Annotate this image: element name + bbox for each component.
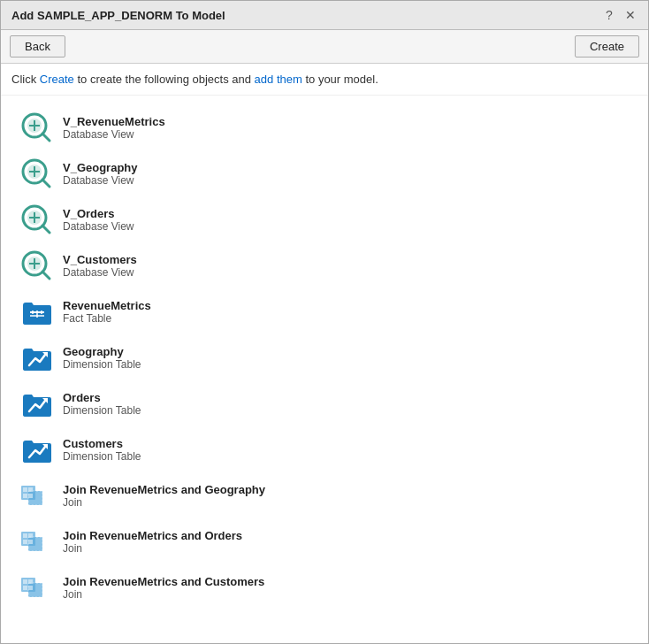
list-item: RevenueMetrics Fact Table — [19, 288, 630, 334]
svg-rect-31 — [23, 487, 27, 492]
item-name: V_Orders — [63, 207, 134, 220]
database-view-icon — [19, 156, 54, 191]
list-item: Join RevenueMetrics and Customers Join — [19, 564, 630, 610]
svg-rect-33 — [23, 494, 27, 498]
fact-table-icon — [19, 294, 54, 329]
item-type: Join — [63, 542, 242, 555]
item-text: Join RevenueMetrics and Customers Join — [63, 575, 264, 601]
item-name: Customers — [63, 437, 141, 450]
item-type: Database View — [63, 220, 134, 233]
list-item: Join RevenueMetrics and Orders Join — [19, 518, 630, 564]
item-name: Join RevenueMetrics and Orders — [63, 529, 242, 542]
item-name: V_Customers — [63, 253, 137, 266]
item-text: V_Geography Database View — [63, 161, 138, 187]
item-name: V_RevenueMetrics — [63, 115, 165, 128]
item-text: Customers Dimension Table — [63, 437, 141, 463]
item-name: V_Geography — [63, 161, 138, 174]
item-type: Database View — [63, 266, 137, 279]
list-item: Orders Dimension Table — [19, 380, 630, 426]
item-type: Database View — [63, 174, 138, 187]
item-text: V_Orders Database View — [63, 207, 134, 233]
dimension-table-icon — [19, 386, 54, 421]
back-button[interactable]: Back — [10, 35, 65, 58]
svg-rect-46 — [28, 579, 33, 584]
item-name: Join RevenueMetrics and Customers — [63, 575, 264, 588]
item-text: Orders Dimension Table — [63, 391, 141, 417]
item-text: V_Customers Database View — [63, 253, 137, 279]
help-icon[interactable]: ? — [602, 8, 616, 22]
dimension-table-icon — [19, 340, 54, 375]
item-name: RevenueMetrics — [63, 299, 151, 312]
content-area: V_RevenueMetrics Database View V_Geograp… — [1, 96, 648, 643]
svg-rect-40 — [23, 540, 27, 544]
item-name: Join RevenueMetrics and Geography — [63, 483, 265, 496]
svg-rect-39 — [28, 533, 33, 538]
svg-rect-47 — [23, 586, 27, 590]
toolbar: Back Create — [1, 30, 648, 64]
item-type: Dimension Table — [63, 404, 141, 417]
svg-line-17 — [42, 272, 50, 279]
title-bar: Add SAMPLE_APP_DENORM To Model ? ✕ — [1, 1, 648, 30]
list-item: V_Customers Database View — [19, 242, 630, 288]
create-link: Create — [40, 73, 74, 86]
database-view-icon — [19, 110, 54, 145]
svg-rect-32 — [28, 487, 33, 492]
item-type: Dimension Table — [63, 450, 141, 463]
item-text: Join RevenueMetrics and Geography Join — [63, 483, 265, 509]
item-text: Join RevenueMetrics and Orders Join — [63, 529, 242, 555]
item-text: V_RevenueMetrics Database View — [63, 115, 165, 141]
svg-rect-48 — [28, 586, 33, 590]
item-name: Orders — [63, 391, 141, 404]
title-bar-icons: ? ✕ — [602, 8, 638, 22]
item-type: Dimension Table — [63, 358, 141, 371]
list-item: V_Orders Database View — [19, 196, 630, 242]
svg-line-12 — [42, 226, 50, 233]
item-type: Database View — [63, 128, 165, 141]
item-text: RevenueMetrics Fact Table — [63, 299, 151, 325]
add-link: add them — [255, 73, 302, 86]
svg-line-7 — [42, 180, 50, 187]
item-type: Join — [63, 588, 264, 601]
svg-rect-38 — [23, 533, 27, 538]
item-type: Fact Table — [63, 312, 151, 325]
database-view-icon — [19, 202, 54, 237]
svg-rect-34 — [28, 494, 33, 498]
svg-rect-45 — [23, 579, 27, 584]
database-view-icon — [19, 248, 54, 283]
create-button[interactable]: Create — [575, 35, 639, 58]
list-item: V_Geography Database View — [19, 150, 630, 196]
dimension-table-icon — [19, 432, 54, 467]
item-type: Join — [63, 496, 265, 509]
svg-rect-41 — [28, 540, 33, 544]
svg-line-2 — [42, 134, 50, 141]
join-icon — [19, 570, 54, 605]
window-title: Add SAMPLE_APP_DENORM To Model — [11, 9, 225, 22]
list-item: V_RevenueMetrics Database View — [19, 104, 630, 150]
window: Add SAMPLE_APP_DENORM To Model ? ✕ Back … — [0, 0, 649, 644]
close-icon[interactable]: ✕ — [623, 8, 638, 22]
join-icon — [19, 478, 54, 513]
item-name: Geography — [63, 345, 141, 358]
list-item: Customers Dimension Table — [19, 426, 630, 472]
list-item: Join RevenueMetrics and Geography Join — [19, 472, 630, 518]
description: Click Create to create the following obj… — [1, 64, 648, 96]
item-text: Geography Dimension Table — [63, 345, 141, 371]
join-icon — [19, 524, 54, 559]
list-item: Geography Dimension Table — [19, 334, 630, 380]
